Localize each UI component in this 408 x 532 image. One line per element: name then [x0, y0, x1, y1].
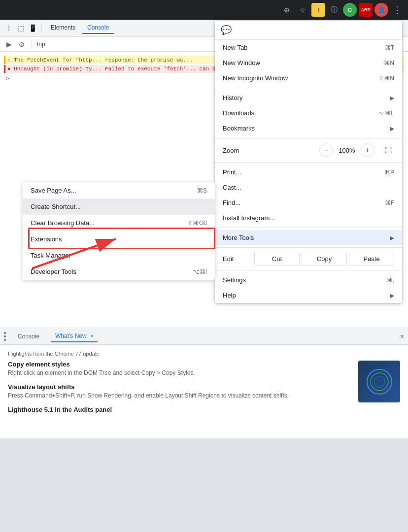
menu-item-settings[interactable]: Settings ⌘, — [215, 272, 402, 288]
close-tab-icon[interactable]: × — [90, 332, 94, 339]
tab-whats-new[interactable]: What's New × — [51, 331, 98, 342]
copy-button[interactable]: Copy — [302, 252, 347, 266]
fullscreen-icon[interactable]: ⛶ — [382, 144, 394, 156]
tab-console[interactable]: Console — [82, 22, 114, 34]
svg-point-2 — [374, 376, 385, 387]
feature-lighthouse-name: Lighthouse 5.1 in the Audits panel — [8, 406, 400, 413]
more-tools-submenu: Save Page As... ⌘S Create Shortcut... Cl… — [23, 182, 215, 280]
zoom-out-button[interactable]: − — [319, 143, 333, 157]
menu-header: 💬 — [215, 21, 402, 40]
menu-item-history[interactable]: History ▶ — [215, 90, 402, 105]
g-icon[interactable]: G — [343, 3, 357, 17]
feature-copy-styles-desc: Right-click an element in the DOM Tree a… — [8, 369, 400, 377]
menu-divider-1 — [215, 88, 402, 88]
frame-selector[interactable]: top — [37, 41, 45, 48]
avatar[interactable]: 👤 — [374, 3, 388, 17]
feature-layout-shifts-name: Visualize layout shifts — [8, 383, 400, 391]
menu-item-new-incognito[interactable]: New Incognito Window ⇧⌘N — [215, 70, 402, 86]
menu-item-cast[interactable]: Cast... — [215, 180, 402, 195]
menu-item-downloads[interactable]: Downloads ⌥⌘L — [215, 105, 402, 121]
submenu-item-clear-browsing[interactable]: Clear Browsing Data... ⇧⌘⌫ — [23, 215, 215, 231]
zoom-control-row: Zoom − 100% + ⛶ — [215, 140, 402, 160]
menu-item-help[interactable]: Help ▶ — [215, 288, 402, 303]
responsive-icon[interactable]: 📱 — [28, 23, 37, 33]
submenu-item-extensions[interactable]: Extensions — [23, 231, 215, 247]
info-icon[interactable]: ⓘ — [327, 3, 341, 17]
cast-header-icon: 💬 — [221, 25, 232, 35]
zoom-controls: − 100% + ⛶ — [319, 143, 394, 157]
feature-copy-styles-name: Copy element styles — [8, 361, 400, 368]
bottom-menu-icon[interactable] — [4, 332, 6, 341]
inspect-icon[interactable]: ⬚ — [16, 23, 26, 33]
menu-item-bookmarks[interactable]: Bookmarks ▶ — [215, 121, 402, 136]
menu-item-new-window[interactable]: New Window ⌘N — [215, 55, 402, 70]
submenu-item-task-manager[interactable]: Task Manager — [23, 247, 215, 264]
feature-lighthouse: Lighthouse 5.1 in the Audits panel — [8, 406, 400, 413]
star-icon[interactable]: ☆ — [296, 3, 309, 17]
zoom-value: 100% — [337, 147, 357, 154]
stop-icon[interactable]: ⊘ — [17, 39, 27, 49]
feature-copy-styles: Copy element styles Right-click an eleme… — [8, 361, 400, 377]
tab-console-bottom[interactable]: Console — [14, 331, 43, 342]
menu-item-print[interactable]: Print... ⌘P — [215, 165, 402, 180]
tab-elements[interactable]: Elements — [46, 22, 80, 34]
menu-item-new-tab[interactable]: New Tab ⌘T — [215, 40, 402, 55]
submenu-item-developer-tools[interactable]: Developer Tools ⌥⌘I — [23, 264, 215, 280]
menu-divider-6 — [215, 270, 402, 270]
cut-button[interactable]: Cut — [254, 252, 300, 266]
feature-thumbnail — [358, 361, 400, 402]
close-devtools-button[interactable]: × — [400, 332, 404, 340]
menu-divider-3 — [215, 162, 402, 163]
submenu-item-create-shortcut[interactable]: Create Shortcut... — [23, 199, 215, 215]
menu-item-find[interactable]: Find... ⌘F — [215, 195, 402, 210]
submenu-item-save-page[interactable]: Save Page As... ⌘S — [23, 182, 215, 199]
svg-point-1 — [371, 373, 388, 391]
whats-new-panel: Highlights from the Chrome 77 update Cop… — [0, 345, 408, 438]
menu-divider-5 — [215, 247, 402, 248]
whats-new-title: Highlights from the Chrome 77 update — [8, 351, 400, 357]
menu-divider-4 — [215, 228, 402, 228]
feature-layout-shifts: Visualize layout shifts Press Command+Sh… — [8, 383, 400, 400]
abp-icon[interactable]: ABP — [359, 3, 373, 17]
edit-row: Edit Cut Copy Paste — [215, 250, 402, 268]
menu-item-more-tools[interactable]: More Tools ▶ — [215, 230, 402, 245]
menu-icon[interactable]: ⋮ — [390, 3, 404, 17]
chrome-menu: 💬 New Tab ⌘T New Window ⌘N New Incognito… — [215, 21, 402, 303]
grammarly-icon[interactable]: I — [311, 3, 325, 17]
new-tab-icon[interactable]: ⊕ — [280, 3, 294, 17]
feature-layout-shifts-desc: Press Command+Shift+P, run Show Renderin… — [8, 392, 400, 400]
menu-divider-2 — [215, 138, 402, 138]
zoom-in-button[interactable]: + — [361, 143, 374, 157]
devtools-menu-icon[interactable]: ⋮ — [4, 23, 14, 33]
paste-button[interactable]: Paste — [349, 252, 394, 266]
title-bar: ⊕ ☆ I ⓘ G ABP 👤 ⋮ — [0, 0, 408, 20]
devtools-bottom-bar: Console What's New × × — [0, 328, 408, 345]
play-icon[interactable]: ▶ — [4, 39, 14, 49]
menu-item-install-instagram[interactable]: Install Instagram... — [215, 210, 402, 226]
